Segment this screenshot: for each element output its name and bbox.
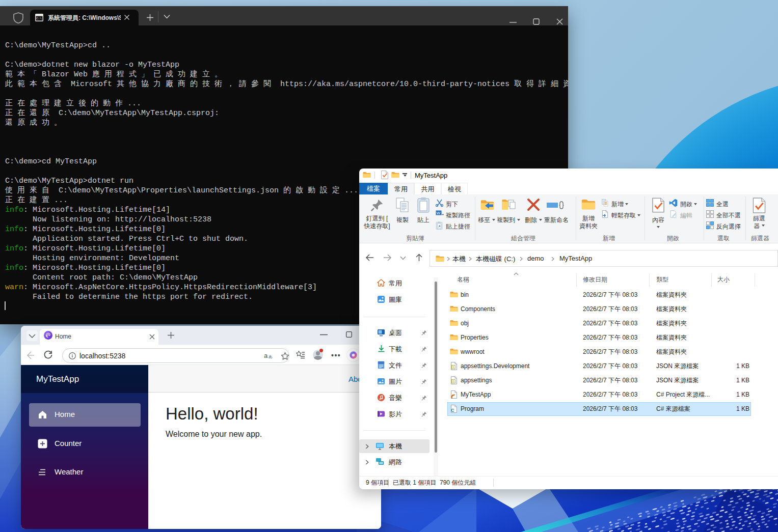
svg-text:C:\: C:\ xyxy=(36,17,42,20)
svg-text:0: 0 xyxy=(452,380,454,383)
svg-text:C: C xyxy=(451,408,454,413)
svg-text:0: 0 xyxy=(452,366,454,369)
svg-text:W: W xyxy=(437,211,441,215)
